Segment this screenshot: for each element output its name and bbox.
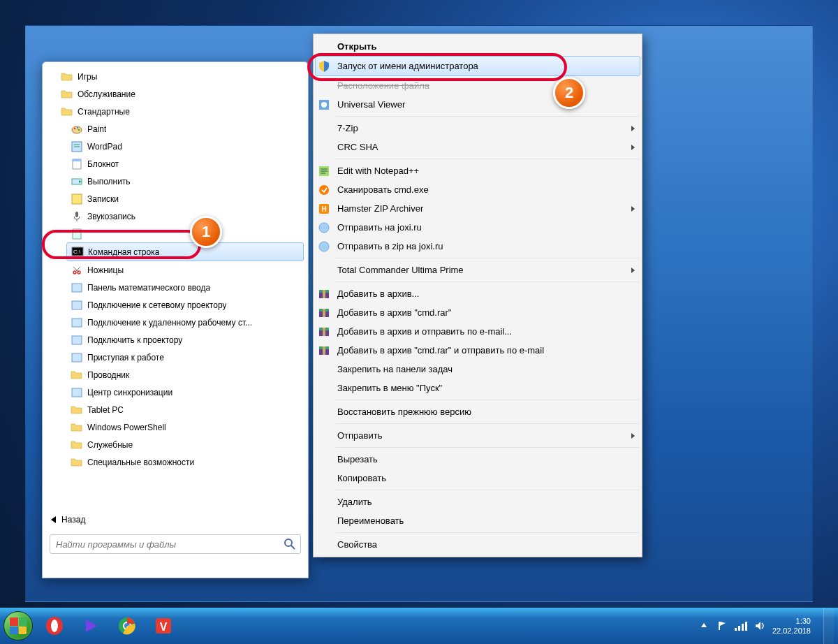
ctx-separator: [336, 281, 639, 282]
ctx-item-21[interactable]: Закрепить в меню "Пуск": [315, 379, 640, 397]
start-item-folder[interactable]: Tablet PC: [66, 401, 304, 418]
tray-up-icon[interactable]: [698, 620, 710, 631]
start-item-label: Командная строка: [88, 247, 159, 257]
start-item-label: Выполнить: [87, 177, 131, 186]
taskbar-pin-chrome[interactable]: [110, 612, 144, 640]
start-item-cmd[interactable]: Командная строка: [66, 242, 304, 261]
ctx-item-30[interactable]: Удалить: [315, 492, 640, 511]
submenu-arrow-icon: [631, 433, 635, 439]
folder-icon: [71, 421, 83, 434]
ctx-item-17[interactable]: Добавить в архив "cmd.rar": [315, 303, 640, 322]
clock-date: 22.02.2018: [772, 626, 811, 636]
start-item-mic[interactable]: Звукозапись: [66, 207, 304, 225]
tray: 1:30 22.02.2018: [698, 608, 838, 644]
ctx-item-27[interactable]: Вырезать: [315, 450, 640, 469]
svg-marker-16: [756, 622, 760, 630]
search-input[interactable]: [50, 534, 301, 554]
ctx-item-label: Закрепить на панели задач: [337, 364, 635, 374]
ctx-item-label: Hamster ZIP Archiver: [337, 203, 626, 214]
start-item-netproj[interactable]: Подключение к сетевому проектору: [66, 296, 304, 314]
ctx-item-6[interactable]: CRC SHA: [315, 138, 640, 156]
ctx-item-label: CRC SHA: [337, 142, 626, 152]
network-icon[interactable]: [735, 621, 747, 631]
start-item-sync[interactable]: Центр синхронизации: [66, 383, 304, 401]
taskbar-pin-opera[interactable]: [38, 612, 71, 640]
start-button[interactable]: [0, 608, 36, 644]
ctx-item-10[interactable]: Hamster ZIP Archiver: [315, 199, 640, 218]
ctx-item-18[interactable]: Добавить в архив и отправить по e-mail..…: [315, 322, 640, 341]
ctx-item-16[interactable]: Добавить в архив...: [315, 284, 640, 303]
folder-icon: [61, 105, 73, 118]
ctx-item-20[interactable]: Закрепить на панели задач: [315, 360, 640, 379]
start-item-explorer[interactable]: Проводник: [66, 366, 304, 383]
start-item-sticky[interactable]: Записки: [66, 190, 304, 207]
start-item-getstarted[interactable]: Приступая к работе: [66, 349, 304, 366]
start-item-rdp[interactable]: Подключение к удаленному рабочему ст...: [66, 314, 304, 331]
start-item-notepad[interactable]: Блокнот: [66, 155, 304, 173]
ctx-item-14[interactable]: Total Commander Ultima Prime: [315, 261, 640, 279]
ctx-item-label: Edit with Notepad++: [337, 166, 635, 176]
svg-rect-11: [719, 622, 720, 630]
context-menu: Открыть Запуск от имени администратора Р…: [313, 34, 642, 557]
start-item-calc[interactable]: [66, 225, 304, 242]
start-folder-2[interactable]: Стандартные: [57, 103, 304, 120]
ctx-item-28[interactable]: Копировать: [315, 469, 640, 488]
ctx-item-25[interactable]: Отправить: [315, 426, 640, 445]
back-button[interactable]: Назад: [47, 512, 304, 527]
clock[interactable]: 1:30 22.02.2018: [772, 616, 811, 636]
start-item-label: WordPad: [87, 142, 122, 152]
ctx-item-9[interactable]: Сканировать cmd.exe: [315, 180, 640, 199]
start-folder-0[interactable]: Игры: [57, 68, 304, 85]
ctx-item-3[interactable]: Universal Viewer: [315, 95, 640, 114]
ctx-item-0[interactable]: Открыть: [315, 37, 640, 56]
ctx-separator: [336, 258, 639, 258]
start-item-folder[interactable]: Специальные возможности: [66, 453, 304, 471]
start-item-label: Проводник: [87, 370, 129, 380]
ctx-item-label: Отправить на joxi.ru: [337, 222, 635, 233]
flag-icon[interactable]: [716, 620, 728, 631]
ctx-item-19[interactable]: Добавить в архив "cmd.rar" и отправить п…: [315, 341, 640, 360]
rar-icon: [318, 344, 330, 357]
ctx-item-5[interactable]: 7-Zip: [315, 119, 640, 138]
start-item-folder[interactable]: Служебные: [66, 436, 304, 453]
taskbar-pin-more[interactable]: [183, 612, 216, 640]
ctx-item-label: Отправить: [337, 430, 626, 441]
ctx-item-2[interactable]: Расположение файла: [315, 76, 640, 95]
ctx-item-1[interactable]: Запуск от имени администратора: [315, 56, 640, 76]
start-item-math[interactable]: Панель математического ввода: [66, 279, 304, 296]
start-folder-1[interactable]: Обслуживание: [57, 85, 304, 103]
ctx-item-11[interactable]: Отправить на joxi.ru: [315, 218, 640, 237]
start-item-proj[interactable]: Подключить к проектору: [66, 331, 304, 349]
taskbar-pin-wmp[interactable]: [74, 612, 108, 640]
start-item-label: Звукозапись: [87, 212, 135, 221]
start-item-wordpad[interactable]: WordPad: [66, 138, 304, 155]
start-item-label: Paint: [87, 124, 106, 134]
submenu-arrow-icon: [631, 206, 635, 212]
start-item-folder[interactable]: Windows PowerShell: [66, 418, 304, 436]
start-item-label: Центр синхронизации: [87, 388, 172, 397]
ctx-item-23[interactable]: Восстановить прежнюю версию: [315, 402, 640, 421]
start-folder-label: Стандартные: [78, 107, 130, 117]
ctx-item-33[interactable]: Свойства: [315, 535, 640, 554]
start-item-run[interactable]: Выполнить: [66, 173, 304, 190]
ctx-item-12[interactable]: Отправить в zip на joxi.ru: [315, 237, 640, 256]
ctx-separator: [336, 490, 639, 490]
start-item-paint[interactable]: Paint: [66, 120, 304, 138]
ctx-separator: [336, 400, 639, 400]
volume-icon[interactable]: [754, 620, 765, 631]
ctx-item-8[interactable]: Edit with Notepad++: [315, 161, 640, 180]
start-item-snip[interactable]: Ножницы: [66, 261, 304, 279]
back-label: Назад: [61, 515, 85, 525]
getstarted-icon: [71, 351, 83, 364]
ctx-separator: [336, 116, 639, 117]
ctx-item-label: Total Commander Ultima Prime: [337, 265, 626, 275]
ctx-item-31[interactable]: Переименовать: [315, 511, 640, 530]
show-desktop-button[interactable]: [823, 608, 834, 644]
notepad-icon: [71, 158, 83, 170]
start-item-label: Панель математического ввода: [87, 283, 210, 293]
ctx-item-label: Отправить в zip на joxi.ru: [337, 241, 635, 251]
ctx-item-label: Запуск от имени администратора: [337, 61, 635, 71]
ctx-item-label: Открыть: [337, 41, 635, 52]
taskbar-pin-vivaldi[interactable]: V: [147, 612, 180, 640]
ctx-item-label: Свойства: [337, 539, 635, 550]
